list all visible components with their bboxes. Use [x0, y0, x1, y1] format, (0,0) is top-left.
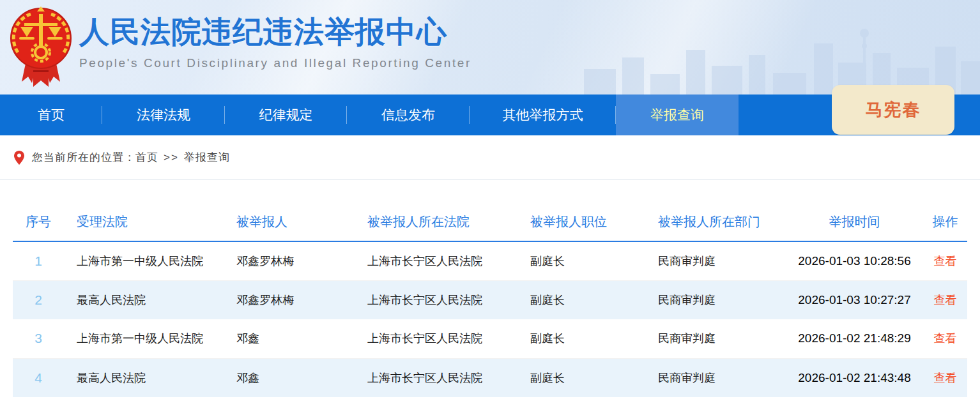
cell-accepting-court: 上海市第一中级人民法院: [64, 319, 224, 358]
main-nav: 首页 法律法规 纪律规定 信息发布 其他举报方式 举报查询 马宪春: [0, 95, 980, 135]
cell-person-court: 上海市长宁区人民法院: [355, 358, 517, 397]
breadcrumb: 您当前所在的位置：首页>>举报查询: [0, 135, 980, 180]
nav-item-home[interactable]: 首页: [0, 95, 102, 135]
court-emblem-logo: [8, 4, 74, 92]
table-row: 3 上海市第一中级人民法院 邓鑫 上海市长宁区人民法院 副庭长 民商审判庭 20…: [13, 319, 967, 358]
breadcrumb-separator: >>: [164, 151, 179, 163]
cell-accepting-court: 最高人民法院: [64, 358, 224, 397]
location-pin-icon: [14, 151, 24, 165]
col-header-report-time: 举报时间: [786, 213, 923, 241]
view-link[interactable]: 查看: [934, 255, 957, 268]
view-link[interactable]: 查看: [934, 372, 957, 384]
cell-action: 查看: [923, 319, 967, 358]
col-header-person-position: 被举报人职位: [517, 213, 645, 241]
cell-person-department: 民商审判庭: [645, 319, 786, 358]
cell-reported-person: 邓鑫: [224, 358, 355, 397]
nav-item-discipline[interactable]: 纪律规定: [225, 95, 347, 135]
table-row: 1 上海市第一中级人民法院 邓鑫罗林梅 上海市长宁区人民法院 副庭长 民商审判庭…: [13, 241, 967, 280]
cell-accepting-court: 最高人民法院: [64, 280, 224, 319]
title-block: 人民法院违纪违法举报中心 People's Court Disciplinary…: [79, 15, 471, 70]
user-name-button[interactable]: 马宪春: [832, 85, 954, 135]
cell-person-position: 副庭长: [517, 358, 645, 397]
site-subtitle: People's Court Disciplinary and Illegal …: [79, 56, 471, 70]
cell-person-department: 民商审判庭: [645, 280, 786, 319]
col-header-action: 操作: [923, 213, 967, 241]
cell-person-department: 民商审判庭: [645, 241, 786, 280]
cell-report-time: 2026-01-02 21:48:29: [786, 319, 923, 358]
view-link[interactable]: 查看: [934, 332, 957, 345]
nav-item-other-report-methods[interactable]: 其他举报方式: [470, 95, 616, 135]
report-query-table-wrap: 序号 受理法院 被举报人 被举报人所在法院 被举报人职位 被举报人所在部门 举报…: [13, 213, 967, 397]
nav-item-laws[interactable]: 法律法规: [102, 95, 225, 135]
col-header-person-department: 被举报人所在部门: [645, 213, 786, 241]
cell-seq: 2: [13, 280, 64, 319]
cell-report-time: 2026-01-03 10:28:56: [786, 241, 923, 280]
cell-report-time: 2026-01-03 10:27:27: [786, 280, 923, 319]
cell-seq: 1: [13, 241, 64, 280]
table-row: 2 最高人民法院 邓鑫罗林梅 上海市长宁区人民法院 副庭长 民商审判庭 2026…: [13, 280, 967, 319]
breadcrumb-current: 举报查询: [184, 151, 230, 163]
cell-accepting-court: 上海市第一中级人民法院: [64, 241, 224, 280]
site-header: 人民法院违纪违法举报中心 People's Court Disciplinary…: [0, 0, 980, 95]
cell-person-court: 上海市长宁区人民法院: [355, 280, 517, 319]
nav-item-report-query-active[interactable]: 举报查询: [616, 95, 739, 135]
breadcrumb-text: 您当前所在的位置：首页>>举报查询: [32, 150, 230, 165]
cell-person-position: 副庭长: [517, 280, 645, 319]
cell-action: 查看: [923, 241, 967, 280]
cell-person-position: 副庭长: [517, 241, 645, 280]
col-header-person-court: 被举报人所在法院: [355, 213, 517, 241]
nav-item-info[interactable]: 信息发布: [347, 95, 470, 135]
col-header-reported-person: 被举报人: [224, 213, 355, 241]
cell-person-court: 上海市长宁区人民法院: [355, 241, 517, 280]
cell-action: 查看: [923, 358, 967, 397]
site-title: 人民法院违纪违法举报中心: [79, 15, 471, 49]
cell-person-position: 副庭长: [517, 319, 645, 358]
table-row: 4 最高人民法院 邓鑫 上海市长宁区人民法院 副庭长 民商审判庭 2026-01…: [13, 358, 967, 397]
table-header-row: 序号 受理法院 被举报人 被举报人所在法院 被举报人职位 被举报人所在部门 举报…: [13, 213, 967, 241]
col-header-seq: 序号: [13, 213, 64, 241]
cell-reported-person: 邓鑫罗林梅: [224, 241, 355, 280]
cell-person-court: 上海市长宁区人民法院: [355, 319, 517, 358]
col-header-accepting-court: 受理法院: [64, 213, 224, 241]
cell-seq: 4: [13, 358, 64, 397]
breadcrumb-home-link[interactable]: 首页: [135, 151, 158, 163]
cell-reported-person: 邓鑫: [224, 319, 355, 358]
cell-action: 查看: [923, 280, 967, 319]
report-query-table: 序号 受理法院 被举报人 被举报人所在法院 被举报人职位 被举报人所在部门 举报…: [13, 213, 967, 397]
cell-report-time: 2026-01-02 21:43:48: [786, 358, 923, 397]
city-skyline-decoration: [584, 18, 980, 95]
view-link[interactable]: 查看: [934, 294, 957, 306]
cell-seq: 3: [13, 319, 64, 358]
breadcrumb-prefix: 您当前所在的位置：: [32, 151, 135, 163]
cell-person-department: 民商审判庭: [645, 358, 786, 397]
cell-reported-person: 邓鑫罗林梅: [224, 280, 355, 319]
